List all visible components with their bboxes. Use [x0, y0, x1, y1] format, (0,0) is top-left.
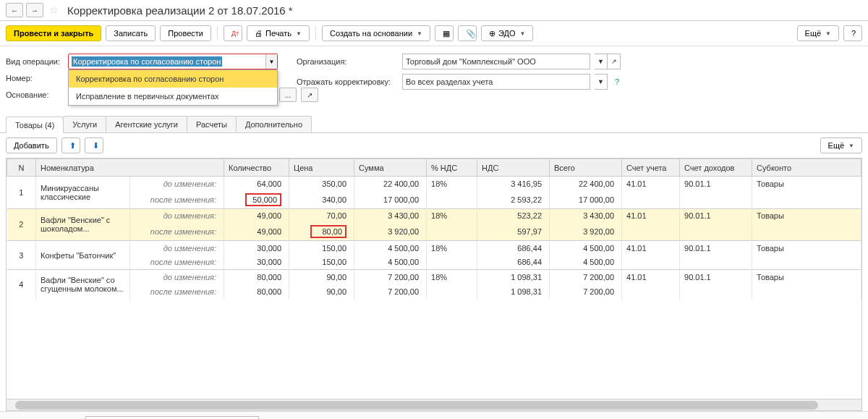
col-header[interactable]: Счет учета	[622, 159, 680, 177]
col-header[interactable]: % НДС	[427, 159, 477, 177]
org-dropdown-button[interactable]: ▼	[595, 54, 608, 69]
post-and-close-button[interactable]: Провести и закрыть	[6, 25, 101, 41]
col-header[interactable]: N	[7, 159, 36, 177]
after-label: после изменения:	[130, 223, 224, 241]
number-label: Номер:	[6, 74, 64, 82]
write-button[interactable]: Записать	[106, 25, 156, 41]
before-label: до изменения:	[130, 270, 224, 284]
clip-icon: 📎	[466, 29, 476, 38]
after-label: после изменения:	[130, 191, 224, 209]
corr-invoice-link[interactable]: Выписать корректировочный счет-фактуру	[85, 416, 259, 419]
table-row-after[interactable]: после изменения:80,00090,007 200,001 098…	[7, 284, 861, 299]
table-more-button[interactable]: Ещё▼	[820, 137, 862, 153]
op-type-select[interactable]: Корректировка по согласованию сторон	[68, 54, 278, 69]
op-type-dropdown: Корректировка по согласованию сторон Исп…	[68, 69, 278, 106]
post-button[interactable]: Провести	[160, 25, 211, 41]
attach-button[interactable]: 📎	[458, 25, 477, 41]
star-icon[interactable]: ☆	[49, 4, 59, 16]
item-name: Вафли "Венские" с шоколадом...	[36, 208, 130, 241]
table-row-after[interactable]: после изменения:49,00080,003 920,00597,9…	[7, 223, 861, 241]
table-row-after[interactable]: после изменения:50,000340,0017 000,002 5…	[7, 191, 861, 209]
before-label: до изменения:	[130, 208, 224, 223]
move-down-button[interactable]: ⬇	[85, 137, 103, 153]
basis-more-button[interactable]: ...	[279, 88, 297, 102]
tab-1[interactable]: Услуги	[63, 116, 106, 132]
tab-3[interactable]: Расчеты	[187, 116, 237, 132]
more-button[interactable]: Ещё▼	[797, 25, 839, 41]
table-row[interactable]: 4Вафли "Венские" со сгущенным молоком...…	[7, 270, 861, 284]
printer-icon: 🖨	[255, 29, 263, 38]
page-title: Корректировка реализации 2 от 18.07.2016…	[67, 4, 293, 17]
add-button[interactable]: Добавить	[6, 137, 57, 153]
table-row[interactable]: 2Вафли "Венские" с шоколадом...до измене…	[7, 208, 861, 223]
move-up-button[interactable]: ⬆	[61, 137, 80, 153]
arrow-down-icon: ⬇	[93, 141, 99, 151]
separator	[315, 26, 316, 41]
col-header[interactable]: Всего	[550, 159, 622, 177]
item-name: Миникруассаны классические	[36, 177, 130, 209]
org-label: Организация:	[297, 57, 398, 66]
tab-0[interactable]: Товары (4)	[6, 117, 64, 133]
org-open-button[interactable]: ↗	[608, 54, 621, 69]
forward-button[interactable]: →	[26, 3, 43, 17]
col-header[interactable]: Номенклатура	[36, 159, 224, 177]
tab-4[interactable]: Дополнительно	[236, 116, 312, 132]
icon-button-1[interactable]: ▦	[435, 25, 454, 41]
before-label: до изменения:	[130, 241, 224, 255]
reflect-input[interactable]: Во всех разделах учета	[402, 74, 590, 90]
print-button[interactable]: 🖨Печать▼	[247, 25, 310, 41]
row-number: 4	[7, 270, 36, 299]
org-input[interactable]: Торговый дом "Комплексный" ООО	[402, 54, 590, 69]
item-name: Вафли "Венские" со сгущенным молоком...	[36, 270, 130, 299]
separator	[217, 26, 218, 41]
table-row-after[interactable]: после изменения:30,000150,004 500,00686,…	[7, 255, 861, 270]
col-header[interactable]: НДС	[477, 159, 550, 177]
help-button[interactable]: ?	[843, 25, 862, 41]
op-type-dropdown-button[interactable]: ▼	[265, 54, 277, 69]
back-button[interactable]: ←	[6, 3, 23, 17]
col-header[interactable]: Субконто	[752, 159, 861, 177]
col-header[interactable]: Количество	[224, 159, 289, 177]
reflect-dropdown-button[interactable]: ▼	[595, 74, 608, 90]
col-header[interactable]: Счет доходов	[680, 159, 752, 177]
arrow-up-icon: ⬆	[69, 141, 76, 151]
table-row[interactable]: 3Конфеты "Батончик"до изменения:30,00015…	[7, 241, 861, 255]
table-row[interactable]: 1Миникруассаны классическиедо изменения:…	[7, 177, 861, 191]
edo-button[interactable]: ⊕ЭДО▼	[481, 25, 533, 41]
after-label: после изменения:	[130, 284, 224, 299]
tab-2[interactable]: Агентские услуги	[106, 116, 187, 132]
basis-label: Основание:	[6, 90, 64, 99]
col-header[interactable]: Сумма	[354, 159, 427, 177]
reflect-label: Отражать корректировку:	[297, 77, 398, 86]
horizontal-scrollbar[interactable]	[7, 399, 861, 410]
op-type-label: Вид операции:	[6, 57, 64, 66]
row-number: 3	[7, 241, 36, 270]
item-name: Конфеты "Батончик"	[36, 241, 130, 270]
globe-icon: ⊕	[489, 29, 495, 38]
dtkt-button[interactable]: Дт	[224, 25, 242, 41]
create-based-button[interactable]: Создать на основании▼	[322, 25, 430, 41]
row-number: 2	[7, 208, 36, 241]
col-header[interactable]: Цена	[289, 159, 354, 177]
before-label: до изменения:	[130, 177, 224, 191]
after-label: после изменения:	[130, 255, 224, 270]
row-number: 1	[7, 177, 36, 209]
op-option-1[interactable]: Исправление в первичных документах	[69, 88, 277, 105]
op-option-0[interactable]: Корректировка по согласованию сторон	[69, 70, 277, 88]
help-icon[interactable]: ?	[615, 77, 619, 86]
